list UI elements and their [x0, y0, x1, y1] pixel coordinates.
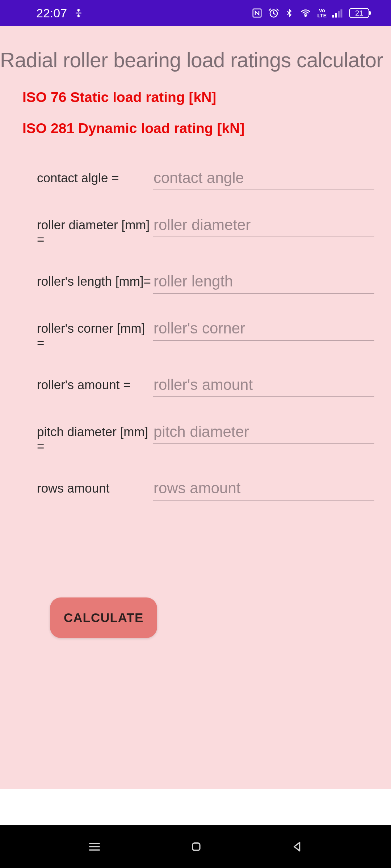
field-row-pitch-diameter: pitch diameter [mm] =: [0, 422, 391, 454]
label-roller-corner: roller's corner [mm] =: [37, 318, 153, 350]
input-roller-amount[interactable]: [153, 375, 374, 397]
input-roller-diameter[interactable]: [153, 215, 374, 237]
label-roller-diameter: roller diameter [mm] =: [37, 215, 153, 247]
status-right: VoLTE 21: [252, 7, 369, 19]
main-content: Radial roller bearing load ratings calcu…: [0, 26, 391, 638]
input-contact-angle[interactable]: [153, 168, 374, 190]
home-icon[interactable]: [189, 839, 203, 854]
back-icon[interactable]: [290, 839, 304, 854]
static-load-output: ISO 76 Static load rating [kN]: [22, 89, 391, 105]
input-pitch-diameter[interactable]: [153, 422, 374, 444]
field-row-roller-diameter: roller diameter [mm] =: [0, 215, 391, 247]
field-row-rows-amount: rows amount: [0, 478, 391, 501]
recent-apps-icon[interactable]: [87, 839, 102, 855]
svg-rect-5: [338, 11, 340, 18]
sync-icon: [73, 8, 84, 18]
outputs-section: ISO 76 Static load rating [kN] ISO 281 D…: [0, 73, 391, 136]
label-rows-amount: rows amount: [37, 478, 153, 495]
calculate-button[interactable]: CALCULATE: [50, 597, 157, 638]
bottom-strip: [0, 789, 391, 825]
wifi-icon: [299, 8, 312, 18]
svg-rect-3: [332, 15, 334, 18]
navigation-bar: [0, 825, 391, 868]
bluetooth-icon: [285, 7, 294, 19]
field-row-roller-length: roller's length [mm]=: [0, 271, 391, 294]
status-time: 22:07: [36, 6, 67, 20]
battery-icon: 21: [349, 8, 369, 18]
label-contact-angle: contact algle =: [37, 168, 153, 185]
svg-rect-4: [335, 13, 337, 18]
svg-rect-6: [341, 9, 342, 18]
label-pitch-diameter: pitch diameter [mm] =: [37, 422, 153, 454]
status-left: 22:07: [36, 6, 84, 20]
input-roller-corner[interactable]: [153, 318, 374, 341]
dynamic-load-output: ISO 281 Dynamic load rating [kN]: [22, 120, 391, 136]
input-rows-amount[interactable]: [153, 478, 374, 501]
input-roller-length[interactable]: [153, 271, 374, 294]
signal-icon: [332, 8, 343, 18]
svg-point-2: [305, 15, 306, 17]
svg-rect-10: [193, 843, 200, 850]
volte-icon: VoLTE: [318, 8, 327, 18]
battery-level: 21: [355, 9, 363, 17]
field-row-roller-corner: roller's corner [mm] =: [0, 318, 391, 350]
nfc-icon: [252, 8, 262, 18]
field-row-contact-angle: contact algle =: [0, 168, 391, 190]
label-roller-amount: roller's amount =: [37, 375, 153, 392]
alarm-icon: [268, 8, 279, 18]
field-row-roller-amount: roller's amount =: [0, 375, 391, 397]
label-roller-length: roller's length [mm]=: [37, 271, 153, 289]
status-bar: 22:07 VoLTE: [0, 0, 391, 26]
page-title: Radial roller bearing load ratings calcu…: [0, 26, 391, 73]
input-fields: contact algle = roller diameter [mm] = r…: [0, 152, 391, 501]
